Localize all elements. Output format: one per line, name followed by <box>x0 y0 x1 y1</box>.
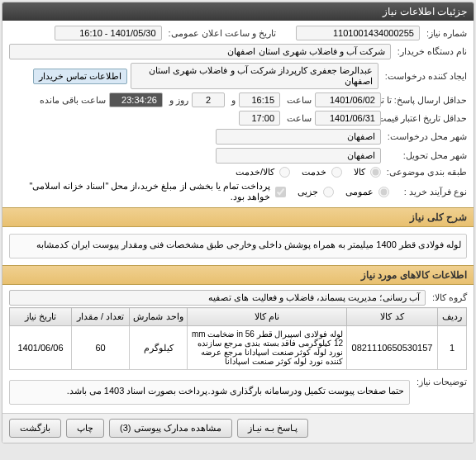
group-label: گروه کالا: <box>429 292 467 303</box>
row-deliv-city: شهر محل تحویل: اصفهان <box>9 146 467 165</box>
ann-date-label: تاریخ و ساعت اعلان عمومی: <box>165 28 276 39</box>
ann-date-value: 1401/05/30 - 16:10 <box>55 26 162 40</box>
row-notes: توضیحات نیاز: حتما صفحات پیوست تکمیل ودر… <box>9 375 467 410</box>
deliv-city-label: شهر محل تحویل: <box>384 150 467 161</box>
process-radio-b-label: جزیی <box>298 187 318 197</box>
cell-name: لوله فولادی اسپیرال قطر in 56 ضخامت mm 1… <box>188 326 347 370</box>
row-group: گروه کالا: آب رسانی؛ مدیریت پسماند، فاضل… <box>9 288 467 307</box>
requester-label: ایجاد کننده درخواست: <box>382 71 467 82</box>
row-buyer: نام دستگاه خریدار: شرکت آب و فاضلاب شهری… <box>9 42 467 61</box>
th-name: نام کالا <box>188 308 347 326</box>
th-qty: تعداد / مقدار <box>72 308 130 326</box>
table-row[interactable]: 1 0821110650530157 لوله فولادی اسپیرال ق… <box>10 326 467 370</box>
buyer-label: نام دستگاه خریدار: <box>394 46 467 57</box>
deadline-days-label: و <box>228 95 236 106</box>
validity-time-label: ساعت <box>283 113 312 124</box>
close-button[interactable]: بازگشت <box>9 419 61 438</box>
deadline-time-label: ساعت <box>283 95 312 106</box>
deadline-date: 1401/06/02 <box>315 92 381 107</box>
category-radio-a: کالا <box>354 167 381 178</box>
cell-idx: 1 <box>438 326 467 370</box>
category-radio-b-label: خدمت <box>302 167 326 178</box>
process-radio-b: جزیی <box>298 187 334 197</box>
validity-label: حداقل تاریخ اعتبار قیمت: تا تاریخ: <box>384 113 467 124</box>
row-category: طبقه بندی موضوعی: کالا خدمت کالا/خدمت <box>9 165 467 179</box>
main-panel-body: شماره نیاز: 1101001434000255 تاریخ و ساع… <box>2 21 474 207</box>
category-radio-c-input <box>279 167 290 178</box>
group-value: آب رسانی؛ مدیریت پسماند، فاضلاب و فعالیت… <box>9 290 426 306</box>
title-section-body: لوله فولادی قطر 1400 میلیمتر به همراه پو… <box>2 227 474 265</box>
deadline-rem-suffix: ساعت باقی مانده <box>36 95 106 106</box>
cell-code: 0821110650530157 <box>347 326 438 370</box>
row-validity: حداقل تاریخ اعتبار قیمت: تا تاریخ: 1401/… <box>9 109 467 127</box>
th-unit: واحد شمارش <box>130 308 188 326</box>
category-radio-c-label: کالا/خدمت <box>236 167 274 178</box>
th-code: کد کالا <box>347 308 438 326</box>
main-panel-header[interactable]: جزئیات اطلاعات نیاز <box>2 2 474 21</box>
category-radio-b: خدمت <box>302 167 342 178</box>
process-checkbox: پرداخت تمام یا بخشی از مبلغ خرید،از محل … <box>17 181 286 202</box>
process-radio-b-input <box>323 187 334 197</box>
button-bar: پـاسخ بـه نیـاز مشاهده مدارک پیوستی (3) … <box>2 413 474 443</box>
th-idx: ردیف <box>438 308 467 326</box>
notes-label: توضیحات نیاز: <box>413 377 467 387</box>
cell-date: 1401/06/06 <box>10 326 72 370</box>
process-radio-a-input <box>378 187 389 197</box>
deliv-city-value: اصفهان <box>216 148 381 164</box>
row-req-city: شهر محل درخواست: اصفهان <box>9 127 467 146</box>
items-table: ردیف کد کالا نام کالا واحد شمارش تعداد /… <box>9 307 467 370</box>
need-no-label: شماره نیاز: <box>423 28 467 39</box>
buyer-value: شرکت آب و فاضلاب شهری استان اصفهان <box>9 44 391 59</box>
req-city-label: شهر محل درخواست: <box>384 131 467 142</box>
process-note: پرداخت تمام یا بخشی از مبلغ خرید،از محل … <box>17 181 270 202</box>
items-section-header: اطلاعات کالاهای مورد نیاز <box>2 265 474 285</box>
notes-text: حتما صفحات پیوست تکمیل ودرسامانه بارگذار… <box>9 380 410 405</box>
items-table-header-row: ردیف کد کالا نام کالا واحد شمارش تعداد /… <box>10 308 467 326</box>
validity-date: 1401/06/31 <box>315 111 381 126</box>
process-label: نوع فرآیند خرید : <box>393 187 467 197</box>
attach-button[interactable]: مشاهده مدارک پیوستی (3) <box>109 419 232 438</box>
deadline-time: 16:15 <box>239 92 280 107</box>
row-process: نوع فرآیند خرید : عمومی جزیی پرداخت تمام… <box>9 179 467 204</box>
deadline-rem-label: روز و <box>166 95 188 106</box>
req-city-value: اصفهان <box>216 129 381 145</box>
row-deadline: حداقل ارسال پاسخ: تا تاریخ: 1401/06/02 س… <box>9 91 467 109</box>
process-checkbox-input <box>275 187 286 197</box>
category-radio-b-input <box>331 167 342 178</box>
main-panel: جزئیات اطلاعات نیاز شماره نیاز: 11010014… <box>2 2 474 443</box>
process-radio-a: عمومی <box>345 187 389 197</box>
need-no-value: 1101001434000255 <box>296 26 420 40</box>
th-date: تاریخ نیاز <box>10 308 72 326</box>
items-section-body: گروه کالا: آب رسانی؛ مدیریت پسماند، فاضل… <box>2 285 474 413</box>
process-radio-a-label: عمومی <box>345 187 374 197</box>
print-button[interactable]: چاپ <box>66 419 104 438</box>
row-need-no: شماره نیاز: 1101001434000255 تاریخ و ساع… <box>9 24 467 42</box>
category-radio-a-input <box>370 167 381 178</box>
deadline-days: 2 <box>192 92 225 107</box>
category-radio-a-label: کالا <box>354 167 365 178</box>
category-radio-c: کالا/خدمت <box>236 167 290 178</box>
row-requester: ایجاد کننده درخواست: عبدالرضا جعفری کارپ… <box>9 61 467 91</box>
contact-info-link[interactable]: اطلاعات تماس خریدار <box>33 69 127 84</box>
deadline-label: حداقل ارسال پاسخ: تا تاریخ: <box>384 95 467 106</box>
respond-button[interactable]: پـاسخ بـه نیـاز <box>237 419 308 438</box>
validity-time: 17:00 <box>239 111 280 126</box>
cell-unit: کیلوگرم <box>130 326 188 370</box>
deadline-remaining: 23:34:26 <box>109 92 163 107</box>
requester-value: عبدالرضا جعفری کارپرداز شرکت آب و فاضلاب… <box>131 63 378 89</box>
need-title-text: لوله فولادی قطر 1400 میلیمتر به همراه پو… <box>9 234 467 258</box>
cell-qty: 60 <box>72 326 130 370</box>
category-label: طبقه بندی موضوعی: <box>384 167 467 178</box>
title-section-header: شرح کلی نیاز <box>2 207 474 227</box>
